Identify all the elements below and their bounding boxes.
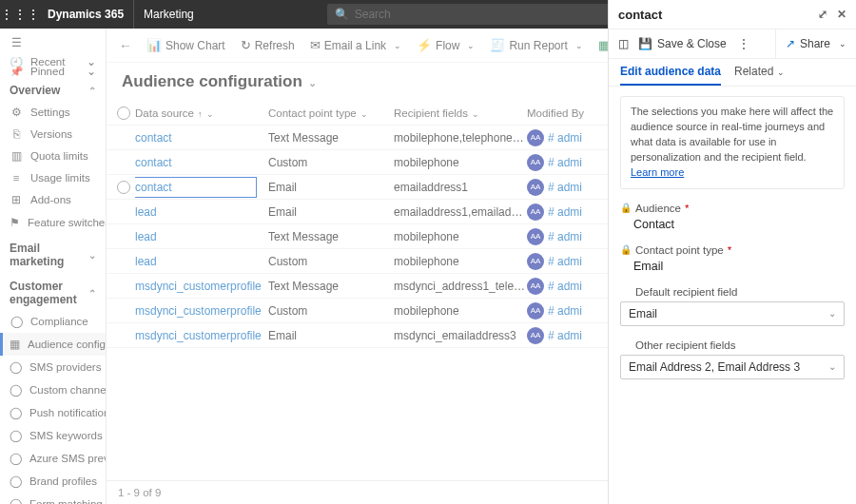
cell-recipient-fields: mobilephone (394, 230, 527, 243)
flow-button[interactable]: ⚡Flow⌄ (409, 29, 482, 62)
hamburger-icon[interactable]: ☰ (0, 29, 106, 57)
sidebar-item[interactable]: ≡Usage limits (0, 167, 106, 188)
sidebar-item[interactable]: ⊞Add-ons (0, 188, 106, 211)
search-input[interactable] (349, 8, 614, 21)
cpt-label: Contact point type (635, 244, 724, 256)
cell-recipient-fields: emailaddress1,emailaddress2,e… (394, 205, 527, 219)
data-source-link[interactable]: lead (135, 255, 157, 268)
app-area[interactable]: Marketing (134, 8, 204, 21)
sidebar-item[interactable]: ▦Audience configu… (0, 333, 106, 356)
more-commands-button[interactable]: ⋮ (738, 37, 749, 50)
email-link-button[interactable]: ✉Email a Link⌄ (302, 29, 409, 62)
row-selector[interactable] (112, 181, 135, 194)
nav-icon: ⊞ (10, 193, 23, 206)
select-all[interactable] (112, 107, 135, 120)
mail-icon: ✉ (310, 38, 321, 52)
chevron-down-icon: ⌄ (87, 57, 96, 67)
chevron-down-icon: ⌄ (394, 41, 401, 50)
data-source-link[interactable]: msdynci_customerprofile (135, 280, 262, 293)
tab-edit-audience[interactable]: Edit audience data (620, 65, 721, 86)
modified-by-link[interactable]: # admi (548, 304, 582, 318)
sidebar-item[interactable]: ◯Compliance (0, 310, 106, 333)
back-button[interactable]: ← (112, 38, 139, 53)
data-source-link[interactable]: contact (135, 181, 172, 194)
modified-by-link[interactable]: # admi (548, 280, 582, 293)
data-source-link[interactable]: contact (135, 156, 172, 169)
chevron-down-icon[interactable]: ⌄ (308, 77, 317, 88)
cell-recipient-fields: mobilephone (394, 156, 527, 169)
modified-by-link[interactable]: # admi (548, 205, 582, 219)
share-button[interactable]: ↗Share⌄ (775, 29, 846, 58)
data-source-link[interactable]: msdynci_customerprofile (135, 329, 262, 342)
cell-cpt: Email (268, 205, 394, 219)
data-source-link[interactable]: msdynci_customerprofile (135, 304, 262, 318)
popout-icon[interactable]: ⤢ (818, 8, 827, 21)
audience-label: Audience (635, 203, 681, 214)
share-icon: ↗ (786, 37, 795, 50)
nav-pinned[interactable]: 📌 Pinned ⌄ (0, 67, 106, 76)
sidebar-item[interactable]: ◯SMS providers (0, 356, 106, 378)
avatar: AA (527, 278, 544, 295)
learn-more-link[interactable]: Learn more (631, 166, 684, 178)
flow-icon: ⚡ (417, 38, 432, 52)
chevron-down-icon: ⌄ (828, 308, 836, 319)
modified-by-link[interactable]: # admi (548, 255, 582, 268)
chevron-up-icon: ⌃ (88, 288, 96, 299)
sidebar-item[interactable]: ⚑Feature switches (0, 211, 106, 234)
avatar: AA (527, 154, 544, 171)
modified-by-link[interactable]: # admi (548, 230, 582, 243)
cell-cpt: Email (268, 329, 394, 342)
save-icon: 💾 (638, 37, 652, 50)
data-source-link[interactable]: lead (135, 230, 157, 243)
page-title[interactable]: Audience configuration (122, 72, 302, 90)
chevron-down-icon: ⌄ (472, 109, 479, 119)
new-record-button[interactable]: ◫ (618, 37, 629, 50)
avatar: AA (527, 302, 544, 320)
group-overview[interactable]: Overview⌃ (0, 76, 106, 101)
app-launcher-icon[interactable]: ⋮⋮⋮ (0, 7, 38, 22)
nav-label: Quota limits (30, 150, 88, 162)
close-icon[interactable]: ✕ (837, 8, 846, 21)
chart-icon: 📊 (146, 38, 162, 52)
sidebar-item[interactable]: ⎘Versions (0, 124, 106, 145)
modified-by-link[interactable]: # admi (548, 181, 582, 194)
group-customer-engagement[interactable]: Customer engagement⌃ (0, 272, 106, 310)
default-recipient-select[interactable]: Email⌄ (620, 301, 845, 326)
nav-icon: ◯ (10, 429, 22, 442)
modified-by-link[interactable]: # admi (548, 156, 582, 169)
col-recipient-fields[interactable]: Recipient fields⌄ (394, 107, 527, 119)
sidebar-item[interactable]: ◯Custom channels (0, 378, 106, 401)
cell-cpt: Text Message (268, 230, 394, 243)
show-chart-button[interactable]: 📊Show Chart (139, 29, 233, 62)
pin-icon: 📌 (10, 67, 23, 76)
refresh-button[interactable]: ↻Refresh (233, 29, 302, 62)
modified-by-link[interactable]: # admi (548, 329, 582, 342)
save-close-button[interactable]: 💾Save & Close (638, 37, 727, 50)
nav-label: Form matching st… (29, 498, 106, 504)
data-source-link[interactable]: contact (135, 131, 172, 145)
avatar: AA (527, 327, 544, 344)
run-report-button[interactable]: 🧾Run Report⌄ (482, 29, 590, 62)
sidebar-item[interactable]: ◯Azure SMS preview (0, 447, 106, 470)
sidebar-item[interactable]: ◯SMS keywords (0, 424, 106, 447)
nav-label: Audience configu… (28, 339, 106, 350)
chevron-up-icon: ⌃ (88, 86, 96, 96)
col-contact-point-type[interactable]: Contact point type⌄ (268, 107, 394, 119)
sidebar-item[interactable]: ⚙Settings (0, 101, 106, 124)
cell-cpt: Text Message (268, 131, 394, 145)
nav-recent[interactable]: 🕘 Recent ⌄ (0, 57, 106, 67)
col-modified-by[interactable]: Modified By (527, 107, 613, 119)
sidebar-item[interactable]: ◯Form matching st… (0, 493, 106, 504)
tab-related[interactable]: Related ⌄ (734, 65, 785, 86)
other-recipient-select[interactable]: Email Address 2, Email Address 3⌄ (620, 355, 845, 379)
nav-label: Usage limits (30, 172, 90, 184)
modified-by-link[interactable]: # admi (548, 131, 582, 145)
group-email-marketing[interactable]: Email marketing⌄ (0, 234, 106, 272)
sidebar-item[interactable]: ◯Brand profiles (0, 470, 106, 493)
data-source-link[interactable]: lead (135, 205, 157, 219)
product-name[interactable]: Dynamics 365 (38, 0, 134, 29)
sidebar-item[interactable]: ◯Push notifications (0, 401, 106, 424)
sidebar-item[interactable]: ▥Quota limits (0, 145, 106, 167)
col-data-source[interactable]: Data source↑⌄ (135, 107, 268, 119)
global-search[interactable]: 🔍 (327, 4, 622, 25)
